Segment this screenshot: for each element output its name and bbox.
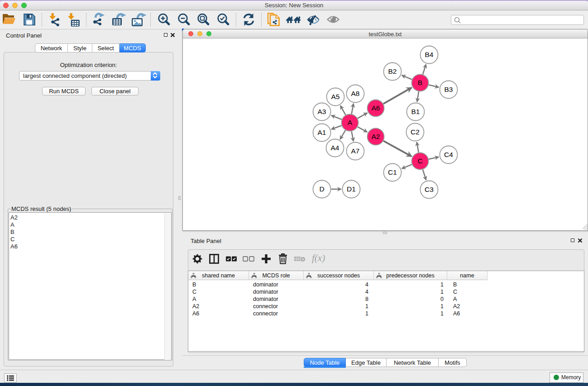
svg-text:B1: B1 bbox=[411, 108, 420, 115]
svg-text:A: A bbox=[348, 119, 353, 126]
svg-text:C2: C2 bbox=[411, 128, 420, 136]
svg-text:A3: A3 bbox=[318, 108, 326, 115]
svg-text:A6: A6 bbox=[372, 104, 380, 112]
svg-text:C4: C4 bbox=[444, 151, 453, 158]
svg-text:B3: B3 bbox=[445, 86, 453, 93]
svg-text:A1: A1 bbox=[318, 129, 326, 136]
svg-text:A5: A5 bbox=[331, 93, 340, 100]
svg-text:A2: A2 bbox=[372, 133, 380, 140]
svg-text:C1: C1 bbox=[388, 168, 397, 176]
svg-text:A8: A8 bbox=[351, 90, 360, 97]
svg-text:B2: B2 bbox=[388, 67, 397, 75]
svg-text:D: D bbox=[319, 185, 324, 193]
svg-text:C3: C3 bbox=[425, 186, 434, 193]
svg-text:C: C bbox=[417, 157, 422, 165]
svg-text:A7: A7 bbox=[351, 147, 360, 155]
svg-text:A4: A4 bbox=[331, 144, 339, 152]
svg-text:D1: D1 bbox=[347, 185, 356, 193]
svg-text:B: B bbox=[418, 79, 422, 86]
svg-text:B4: B4 bbox=[425, 51, 434, 58]
